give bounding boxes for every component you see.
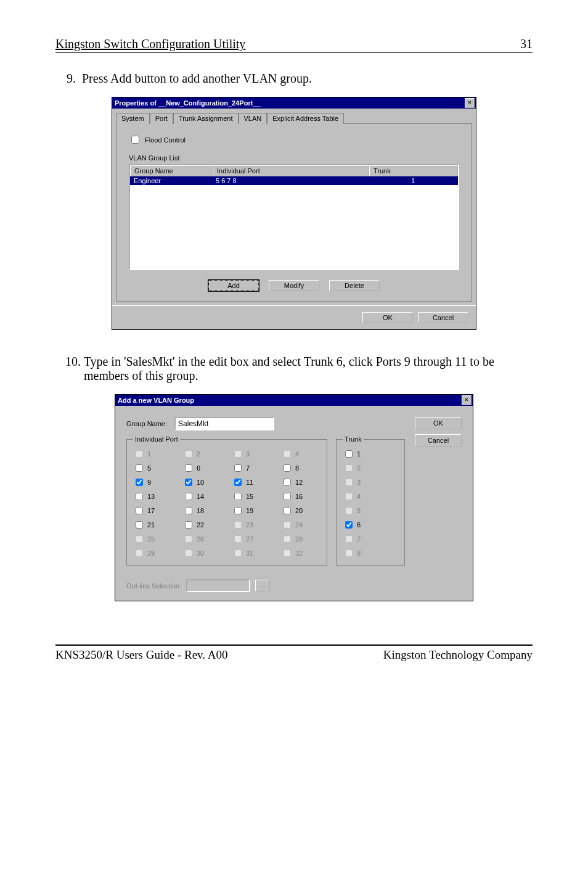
group-name-input[interactable] [174,417,274,430]
tab-explicit-address[interactable]: Explicit Address Table [267,113,344,124]
port-checkbox-2: 2 [182,448,222,459]
port-checkbox-input [234,450,242,458]
port-checkbox-29: 29 [133,548,173,559]
port-checkbox-label: 1 [147,450,151,458]
port-checkbox-input [136,535,143,543]
port-checkbox-25: 25 [133,533,173,545]
trunk-checkbox-input [345,493,353,500]
tab-port[interactable]: Port [150,113,173,124]
port-checkbox-input[interactable] [234,493,242,500]
port-checkbox-21[interactable]: 21 [133,519,173,530]
col-individual-port[interactable]: Individual Port [213,165,369,176]
port-checkbox-input [234,521,242,529]
port-checkbox-12[interactable]: 12 [281,477,321,488]
tab-vlan[interactable]: VLAN [239,113,267,124]
port-checkbox-19[interactable]: 19 [232,505,271,516]
col-trunk[interactable]: Trunk [369,165,458,176]
flood-control-checkbox[interactable] [131,136,139,144]
trunk-checkbox-input[interactable] [345,521,353,529]
step-number: 10. [65,355,81,368]
port-checkbox-17[interactable]: 17 [133,505,173,516]
port-checkbox-23: 23 [232,519,271,530]
port-checkbox-input[interactable] [136,479,143,486]
port-checkbox-11[interactable]: 11 [232,477,271,488]
port-checkbox-input[interactable] [185,479,192,486]
trunk-checkbox-6[interactable]: 6 [343,519,398,530]
vlan-group-list[interactable]: Group Name Individual Port Trunk Enginee… [129,164,459,270]
port-checkbox-18[interactable]: 18 [182,505,222,516]
trunk-checkbox-label: 6 [357,521,361,529]
cell-individual-port: 5 6 7 8 [212,176,368,185]
port-checkbox-14[interactable]: 14 [182,491,222,502]
delete-button[interactable]: Delete [329,280,380,291]
port-checkbox-27: 27 [232,533,271,545]
port-checkbox-input[interactable] [136,464,143,472]
modify-button[interactable]: Modify [269,280,319,291]
port-checkbox-6[interactable]: 6 [182,463,222,474]
port-checkbox-input [234,535,242,543]
port-checkbox-9[interactable]: 9 [133,477,173,488]
port-checkbox-label: 5 [147,464,151,472]
add-button[interactable]: Add [208,280,259,291]
port-checkbox-input[interactable] [284,464,291,472]
tab-trunk-assignment[interactable]: Trunk Assignment [173,113,239,124]
port-checkbox-label: 2 [197,450,200,458]
trunk-checkbox-input[interactable] [345,450,353,458]
trunk-checkbox-label: 4 [357,493,361,500]
ok-button[interactable]: OK [415,417,462,429]
cancel-button[interactable]: Cancel [415,434,462,447]
port-checkbox-31: 31 [232,548,271,559]
table-row[interactable]: Engineer 5 6 7 8 1 [130,176,458,185]
port-checkbox-input[interactable] [136,493,143,500]
port-checkbox-20[interactable]: 20 [281,505,321,516]
port-checkbox-label: 6 [197,464,200,472]
port-checkbox-input[interactable] [234,507,242,514]
port-checkbox-input[interactable] [185,493,192,500]
port-checkbox-input[interactable] [284,493,291,500]
page-number: 31 [520,37,533,51]
trunk-checkbox-input [345,507,353,514]
cancel-button[interactable]: Cancel [418,312,468,323]
tab-system[interactable]: System [116,113,150,124]
trunk-checkbox-label: 8 [357,550,361,557]
port-checkbox-input[interactable] [136,507,143,514]
port-checkbox-13[interactable]: 13 [133,491,173,502]
port-checkbox-7[interactable]: 7 [232,463,271,474]
col-group-name[interactable]: Group Name [130,165,213,176]
port-checkbox-input[interactable] [185,464,192,472]
port-checkbox-label: 29 [147,550,155,557]
port-checkbox-input [185,535,192,543]
port-checkbox-15[interactable]: 15 [232,491,271,502]
trunk-checkbox-1[interactable]: 1 [343,448,398,459]
port-checkbox-10[interactable]: 10 [182,477,222,488]
ok-button[interactable]: OK [362,312,413,323]
port-checkbox-input[interactable] [284,507,291,514]
port-checkbox-label: 30 [197,550,204,557]
port-checkbox-26: 26 [182,533,222,545]
port-checkbox-16[interactable]: 16 [281,491,321,502]
port-checkbox-22[interactable]: 22 [182,519,222,530]
port-checkbox-input[interactable] [234,479,242,486]
vlan-group-list-label: VLAN Group List [129,154,459,162]
port-checkbox-input [185,450,192,458]
doc-header-title: Kingston Switch Configuration Utility [55,37,245,51]
trunk-checkbox-label: 7 [357,535,361,543]
port-checkbox-28: 28 [281,533,321,545]
port-checkbox-8[interactable]: 8 [281,463,321,474]
trunk-checkbox-5: 5 [343,505,398,516]
port-checkbox-input[interactable] [284,479,291,486]
port-checkbox-input[interactable] [234,464,242,472]
port-checkbox-input[interactable] [136,521,143,529]
close-icon[interactable]: × [462,395,472,405]
port-checkbox-input [185,550,192,557]
port-checkbox-label: 26 [197,535,204,543]
port-checkbox-5[interactable]: 5 [133,463,173,474]
close-icon[interactable]: × [465,98,475,108]
trunk-checkbox-4: 4 [343,491,398,502]
step-text: Type in 'SalesMkt' in the edit box and s… [84,355,494,382]
port-checkbox-input[interactable] [185,507,192,514]
port-checkbox-3: 3 [232,448,271,459]
port-checkbox-input[interactable] [185,521,192,529]
flood-control-label: Flood Control [145,136,186,144]
footer-right: Kingston Technology Company [383,648,533,662]
